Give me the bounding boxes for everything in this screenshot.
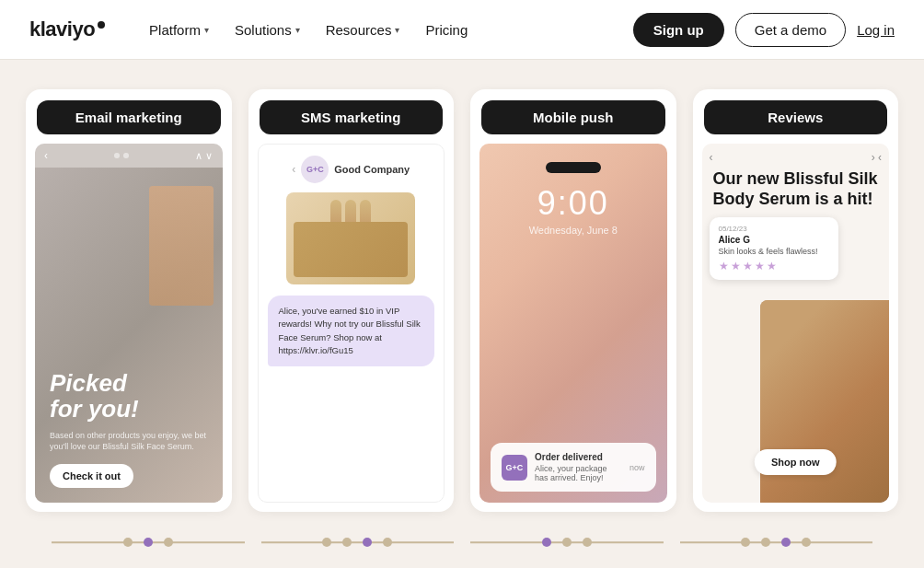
- review-popup-card: 05/12/23 Alice G Skin looks & feels flaw…: [710, 217, 838, 280]
- timeline-dot-active: [363, 538, 372, 547]
- phone-notch: [546, 162, 601, 173]
- logo-dot: [98, 21, 105, 29]
- push-notif-title: Order delivered: [535, 452, 622, 462]
- sms-card-content: ‹ G+C Good Company Alice, you've earned …: [258, 144, 445, 503]
- cards-row: Email marketing ‹ ∧ ∨ Picked for you!: [26, 89, 898, 512]
- star-3: ★: [743, 260, 753, 272]
- sms-product-image: [286, 192, 415, 284]
- get-demo-button[interactable]: Get a demo: [735, 13, 846, 47]
- timeline-dot: [741, 538, 750, 547]
- nav-platform[interactable]: Platform ▾: [149, 22, 209, 38]
- email-card-content: ‹ ∧ ∨ Picked for you! Based on other pro…: [35, 144, 223, 503]
- reviews-card-header: Reviews: [704, 100, 888, 134]
- push-status-bar: [491, 162, 656, 173]
- timeline-dots-4: [680, 538, 873, 547]
- push-notification-banner: G+C Order delivered Alice, your package …: [491, 443, 656, 492]
- timeline-dot: [562, 538, 572, 547]
- reviews-top-nav: ‹ › ‹: [710, 151, 883, 164]
- push-time-display: 9:00: [491, 184, 656, 223]
- timeline-track-3: [470, 528, 664, 556]
- timeline-dot-active: [542, 538, 551, 547]
- logo[interactable]: klaviyo: [29, 17, 105, 41]
- nav-resources[interactable]: Resources ▾: [326, 22, 400, 38]
- push-notif-text: Order delivered Alice, your package has …: [535, 452, 622, 482]
- push-notif-time: now: [629, 463, 645, 472]
- star-rating: ★ ★ ★ ★ ★: [719, 260, 829, 272]
- timeline-section: [26, 528, 898, 556]
- reviews-left-arrow-icon[interactable]: ‹: [710, 151, 713, 164]
- timeline-dot: [123, 538, 133, 547]
- chevron-down-icon: ▾: [204, 25, 209, 35]
- back-arrow-icon[interactable]: ‹: [292, 163, 295, 176]
- timeline-dot: [383, 538, 392, 547]
- email-headline: Picked for you!: [50, 370, 208, 423]
- review-text: Skin looks & feels flawless!: [719, 247, 829, 256]
- email-cta-button[interactable]: Check it out: [50, 464, 133, 488]
- push-app-icon: G+C: [502, 455, 527, 481]
- reviews-right-arrows-icon[interactable]: › ‹: [872, 151, 882, 164]
- email-marketing-card: Email marketing ‹ ∧ ∨ Picked for you!: [26, 89, 232, 512]
- shop-now-button[interactable]: Shop now: [755, 449, 837, 475]
- reviews-card-content: ‹ › ‹ Our new Blissful Silk Body Serum i…: [702, 144, 890, 503]
- main-nav: klaviyo Platform ▾ Solutions ▾ Resources…: [0, 0, 924, 60]
- timeline-dot-active: [781, 538, 791, 547]
- push-date-display: Wednesday, June 8: [491, 225, 656, 236]
- sms-phone-top: ‹ G+C Good Company: [292, 156, 410, 183]
- email-nav-dots: [114, 153, 129, 158]
- login-button[interactable]: Log in: [857, 22, 895, 38]
- sms-card-header: SMS marketing: [260, 100, 444, 134]
- star-5: ★: [767, 260, 777, 272]
- email-chevrons: ∧ ∨: [195, 150, 213, 162]
- main-content: Email marketing ‹ ∧ ∨ Picked for you!: [0, 60, 924, 556]
- nav-dot: [123, 153, 129, 158]
- timeline-track-1: [52, 528, 245, 556]
- timeline-dot: [583, 538, 592, 547]
- timeline-dots-3: [470, 538, 664, 547]
- reviews-card: Reviews ‹ › ‹ Our new Blissful Silk Body…: [693, 89, 899, 512]
- sms-message-bubble: Alice, you've earned $10 in VIP rewards!…: [268, 296, 435, 366]
- email-card-header: Email marketing: [37, 100, 221, 134]
- email-image-area: Picked for you! Based on other products …: [35, 168, 223, 503]
- signup-button[interactable]: Sign up: [633, 13, 724, 47]
- nav-pricing[interactable]: Pricing: [425, 22, 468, 38]
- push-card-header: Mobile push: [481, 100, 665, 134]
- chevron-down-icon: ▾: [395, 25, 399, 35]
- nav-dot: [114, 153, 120, 158]
- timeline-dots-2: [261, 538, 455, 547]
- timeline-dot: [164, 538, 173, 547]
- nav-links: Platform ▾ Solutions ▾ Resources ▾ Prici…: [149, 22, 633, 38]
- timeline-track-4: [680, 528, 873, 556]
- reviewer-name: Alice G: [719, 235, 829, 245]
- company-avatar: G+C: [301, 156, 329, 183]
- email-subtext: Based on other products you enjoy, we be…: [50, 430, 208, 453]
- timeline-dot: [802, 538, 811, 547]
- star-4: ★: [755, 260, 765, 272]
- product-image: [149, 186, 214, 306]
- timeline-dot: [342, 538, 352, 547]
- chevron-down-icon: ▾: [295, 25, 300, 35]
- box-inner: [294, 222, 408, 277]
- timeline-track-2: [261, 528, 455, 556]
- nav-solutions[interactable]: Solutions ▾: [235, 22, 300, 38]
- review-date: 05/12/23: [719, 225, 829, 233]
- nav-actions: Sign up Get a demo Log in: [633, 13, 895, 47]
- push-card-content: 9:00 Wednesday, June 8 G+C Order deliver…: [479, 144, 667, 503]
- timeline-dot: [322, 538, 331, 547]
- left-arrow-icon[interactable]: ‹: [44, 149, 48, 162]
- timeline-dot: [761, 538, 770, 547]
- mobile-push-card: Mobile push 9:00 Wednesday, June 8 G+C O…: [470, 89, 676, 512]
- star-1: ★: [719, 260, 729, 272]
- company-name: Good Company: [334, 164, 410, 175]
- star-2: ★: [731, 260, 741, 272]
- push-notif-body: Alice, your package has arrived. Enjoy!: [535, 464, 622, 482]
- sms-marketing-card: SMS marketing ‹ G+C Good Company Alice, …: [248, 89, 455, 512]
- email-top-bar: ‹ ∧ ∨: [35, 144, 223, 168]
- timeline-dot-active: [144, 538, 153, 547]
- timeline-dots-1: [52, 538, 245, 547]
